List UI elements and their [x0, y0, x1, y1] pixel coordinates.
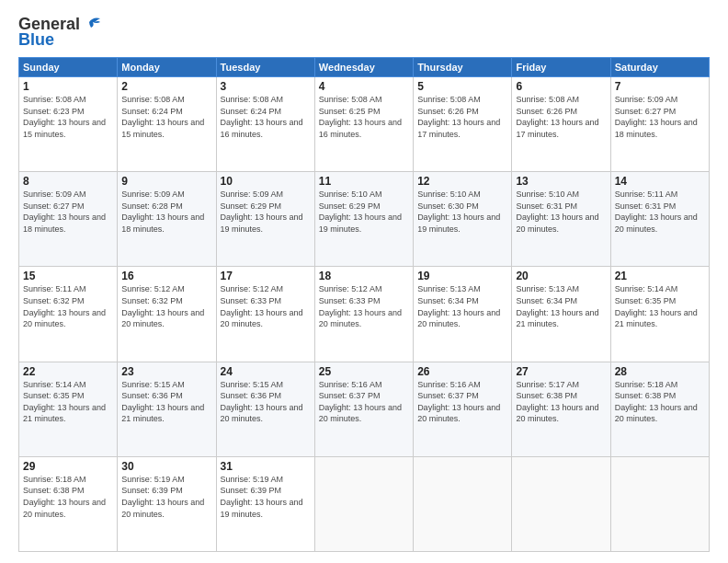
calendar-cell: 12Sunrise: 5:10 AMSunset: 6:30 PMDayligh…: [414, 172, 512, 267]
day-info: Sunrise: 5:08 AMSunset: 6:24 PMDaylight:…: [121, 94, 211, 140]
day-number: 27: [516, 365, 606, 378]
weekday-header-sunday: Sunday: [19, 58, 118, 77]
day-number: 16: [121, 270, 211, 282]
calendar-week-1: 1Sunrise: 5:08 AMSunset: 6:23 PMDaylight…: [19, 77, 710, 172]
day-info: Sunrise: 5:08 AMSunset: 6:26 PMDaylight:…: [417, 94, 507, 140]
day-info: Sunrise: 5:16 AMSunset: 6:37 PMDaylight:…: [417, 379, 507, 425]
logo-bird-icon: [82, 15, 102, 31]
calendar-week-2: 8Sunrise: 5:09 AMSunset: 6:27 PMDaylight…: [19, 172, 710, 267]
day-info: Sunrise: 5:09 AMSunset: 6:29 PMDaylight:…: [221, 189, 311, 235]
logo-blue-text: Blue: [18, 30, 54, 50]
day-number: 15: [23, 270, 113, 282]
day-number: 26: [417, 365, 507, 378]
calendar-cell: 9Sunrise: 5:09 AMSunset: 6:28 PMDaylight…: [118, 172, 216, 267]
day-number: 14: [615, 175, 705, 188]
day-number: 21: [615, 270, 705, 282]
weekday-header-tuesday: Tuesday: [216, 58, 314, 77]
day-info: Sunrise: 5:09 AMSunset: 6:27 PMDaylight:…: [23, 189, 113, 235]
calendar-cell: 6Sunrise: 5:08 AMSunset: 6:26 PMDaylight…: [512, 77, 610, 172]
day-number: 12: [417, 175, 507, 188]
day-number: 23: [121, 365, 211, 378]
calendar-cell: 24Sunrise: 5:15 AMSunset: 6:36 PMDayligh…: [216, 362, 314, 456]
day-number: 17: [221, 270, 311, 282]
day-info: Sunrise: 5:12 AMSunset: 6:32 PMDaylight:…: [121, 283, 211, 329]
day-number: 4: [319, 80, 409, 93]
day-info: Sunrise: 5:16 AMSunset: 6:37 PMDaylight:…: [319, 379, 409, 425]
day-info: Sunrise: 5:08 AMSunset: 6:25 PMDaylight:…: [319, 94, 409, 140]
day-info: Sunrise: 5:08 AMSunset: 6:26 PMDaylight:…: [516, 94, 606, 140]
day-info: Sunrise: 5:13 AMSunset: 6:34 PMDaylight:…: [516, 283, 606, 329]
calendar-cell: 16Sunrise: 5:12 AMSunset: 6:32 PMDayligh…: [118, 267, 216, 362]
day-number: 22: [23, 365, 113, 378]
calendar-cell: [610, 456, 709, 551]
calendar-cell: 20Sunrise: 5:13 AMSunset: 6:34 PMDayligh…: [512, 267, 610, 362]
day-info: Sunrise: 5:10 AMSunset: 6:31 PMDaylight:…: [516, 189, 606, 235]
calendar-cell: 8Sunrise: 5:09 AMSunset: 6:27 PMDaylight…: [19, 172, 118, 267]
calendar-cell: 25Sunrise: 5:16 AMSunset: 6:37 PMDayligh…: [314, 362, 413, 456]
day-info: Sunrise: 5:14 AMSunset: 6:35 PMDaylight:…: [615, 283, 705, 329]
day-info: Sunrise: 5:13 AMSunset: 6:34 PMDaylight:…: [417, 283, 507, 329]
day-number: 8: [23, 175, 113, 188]
weekday-header-row: SundayMondayTuesdayWednesdayThursdayFrid…: [19, 58, 710, 77]
day-number: 5: [417, 80, 507, 93]
day-info: Sunrise: 5:17 AMSunset: 6:38 PMDaylight:…: [516, 379, 606, 425]
calendar-cell: 22Sunrise: 5:14 AMSunset: 6:35 PMDayligh…: [19, 362, 118, 456]
calendar-cell: 31Sunrise: 5:19 AMSunset: 6:39 PMDayligh…: [216, 456, 314, 551]
day-number: 7: [615, 80, 705, 93]
day-number: 6: [516, 80, 606, 93]
day-number: 19: [417, 270, 507, 282]
calendar-table: SundayMondayTuesdayWednesdayThursdayFrid…: [18, 57, 710, 552]
calendar-cell: 13Sunrise: 5:10 AMSunset: 6:31 PMDayligh…: [512, 172, 610, 267]
day-number: 31: [221, 460, 311, 473]
calendar-cell: 3Sunrise: 5:08 AMSunset: 6:24 PMDaylight…: [216, 77, 314, 172]
day-number: 28: [615, 365, 705, 378]
day-number: 30: [121, 460, 211, 473]
calendar-week-5: 29Sunrise: 5:18 AMSunset: 6:38 PMDayligh…: [19, 456, 710, 551]
calendar-cell: 17Sunrise: 5:12 AMSunset: 6:33 PMDayligh…: [216, 267, 314, 362]
calendar-cell: [512, 456, 610, 551]
calendar-cell: [314, 456, 413, 551]
day-number: 9: [121, 175, 211, 188]
calendar-cell: 1Sunrise: 5:08 AMSunset: 6:23 PMDaylight…: [19, 77, 118, 172]
calendar-cell: 19Sunrise: 5:13 AMSunset: 6:34 PMDayligh…: [414, 267, 512, 362]
day-info: Sunrise: 5:14 AMSunset: 6:35 PMDaylight:…: [23, 379, 113, 425]
day-info: Sunrise: 5:12 AMSunset: 6:33 PMDaylight:…: [319, 283, 409, 329]
day-info: Sunrise: 5:10 AMSunset: 6:30 PMDaylight:…: [417, 189, 507, 235]
day-info: Sunrise: 5:15 AMSunset: 6:36 PMDaylight:…: [121, 379, 211, 425]
calendar-cell: 30Sunrise: 5:19 AMSunset: 6:39 PMDayligh…: [118, 456, 216, 551]
calendar-body: 1Sunrise: 5:08 AMSunset: 6:23 PMDaylight…: [19, 77, 710, 552]
day-info: Sunrise: 5:11 AMSunset: 6:31 PMDaylight:…: [615, 189, 705, 235]
day-info: Sunrise: 5:09 AMSunset: 6:28 PMDaylight:…: [121, 189, 211, 235]
calendar-cell: 18Sunrise: 5:12 AMSunset: 6:33 PMDayligh…: [314, 267, 413, 362]
day-info: Sunrise: 5:11 AMSunset: 6:32 PMDaylight:…: [23, 283, 113, 329]
day-info: Sunrise: 5:08 AMSunset: 6:24 PMDaylight:…: [221, 94, 311, 140]
day-info: Sunrise: 5:10 AMSunset: 6:29 PMDaylight:…: [319, 189, 409, 235]
calendar-week-3: 15Sunrise: 5:11 AMSunset: 6:32 PMDayligh…: [19, 267, 710, 362]
day-number: 24: [221, 365, 311, 378]
calendar-cell: [414, 456, 512, 551]
calendar-cell: 2Sunrise: 5:08 AMSunset: 6:24 PMDaylight…: [118, 77, 216, 172]
calendar-cell: 29Sunrise: 5:18 AMSunset: 6:38 PMDayligh…: [19, 456, 118, 551]
day-info: Sunrise: 5:09 AMSunset: 6:27 PMDaylight:…: [615, 94, 705, 140]
calendar-cell: 21Sunrise: 5:14 AMSunset: 6:35 PMDayligh…: [610, 267, 709, 362]
day-number: 1: [23, 80, 113, 93]
day-number: 20: [516, 270, 606, 282]
calendar-cell: 28Sunrise: 5:18 AMSunset: 6:38 PMDayligh…: [610, 362, 709, 456]
day-info: Sunrise: 5:08 AMSunset: 6:23 PMDaylight:…: [23, 94, 113, 140]
calendar-cell: 11Sunrise: 5:10 AMSunset: 6:29 PMDayligh…: [314, 172, 413, 267]
day-number: 3: [221, 80, 311, 93]
day-number: 25: [319, 365, 409, 378]
calendar-cell: 27Sunrise: 5:17 AMSunset: 6:38 PMDayligh…: [512, 362, 610, 456]
calendar-cell: 4Sunrise: 5:08 AMSunset: 6:25 PMDaylight…: [314, 77, 413, 172]
day-number: 13: [516, 175, 606, 188]
day-number: 10: [221, 175, 311, 188]
day-info: Sunrise: 5:19 AMSunset: 6:39 PMDaylight:…: [121, 474, 211, 520]
day-info: Sunrise: 5:18 AMSunset: 6:38 PMDaylight:…: [615, 379, 705, 425]
calendar-cell: 10Sunrise: 5:09 AMSunset: 6:29 PMDayligh…: [216, 172, 314, 267]
day-number: 29: [23, 460, 113, 473]
header: General Blue: [18, 15, 710, 50]
calendar-week-4: 22Sunrise: 5:14 AMSunset: 6:35 PMDayligh…: [19, 362, 710, 456]
weekday-header-saturday: Saturday: [610, 58, 709, 77]
calendar-cell: 7Sunrise: 5:09 AMSunset: 6:27 PMDaylight…: [610, 77, 709, 172]
calendar-cell: 5Sunrise: 5:08 AMSunset: 6:26 PMDaylight…: [414, 77, 512, 172]
